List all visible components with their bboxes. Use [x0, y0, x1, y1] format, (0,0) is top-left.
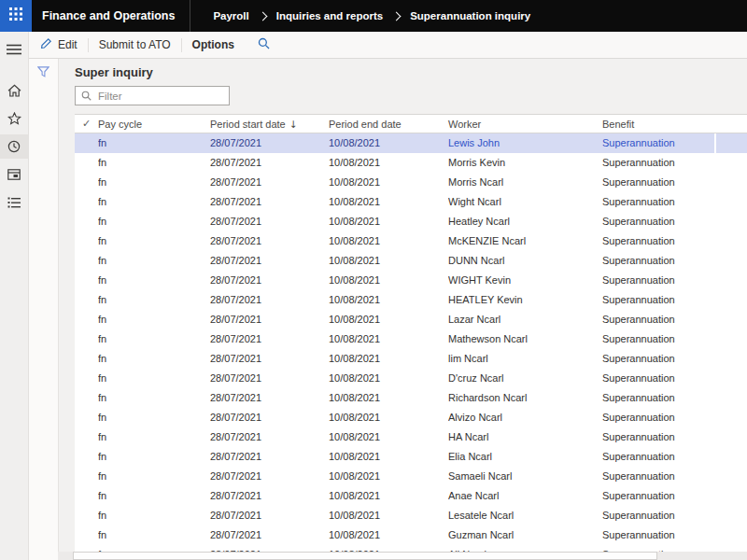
cell-benefit[interactable]: Superannuation: [602, 506, 714, 525]
table-row[interactable]: fn28/07/202110/08/2021Wight NcarlSuperan…: [75, 192, 747, 212]
table-row[interactable]: fn28/07/202110/08/2021Elia NcarlSuperann…: [75, 447, 747, 467]
cell-worker[interactable]: D'cruz Ncarl: [448, 369, 602, 388]
column-header-benefit[interactable]: Benefit: [602, 119, 714, 130]
table-row[interactable]: fn28/07/202110/08/2021D'cruz NcarlSupera…: [75, 369, 747, 388]
cell-worker[interactable]: Lesatele Ncarl: [448, 506, 602, 525]
cell-benefit[interactable]: Superannuation: [602, 388, 714, 408]
horizontal-scrollbar-thumb[interactable]: [73, 552, 657, 560]
app-launcher-button[interactable]: [0, 0, 32, 32]
cell-benefit[interactable]: Superannuation: [602, 447, 714, 467]
table-row[interactable]: fn28/07/202110/08/2021Ali NcarlSuperannu…: [75, 545, 747, 552]
sidebar-item-favorites[interactable]: [0, 106, 28, 131]
select-all-checkbox[interactable]: ✓: [75, 118, 98, 130]
cell-worker[interactable]: HA Ncarl: [448, 427, 602, 447]
sidebar-item-workspaces[interactable]: [0, 162, 28, 187]
cell-worker[interactable]: Ali Ncarl: [448, 545, 602, 552]
cell-row-selector: [75, 506, 98, 525]
table-row[interactable]: fn28/07/202110/08/2021HEATLEY KevinSuper…: [75, 290, 747, 310]
cell-benefit[interactable]: Superannuation: [602, 212, 714, 231]
cell-benefit[interactable]: Superannuation: [602, 231, 714, 251]
filter-pane-toggle[interactable]: [28, 60, 58, 86]
breadcrumb-module[interactable]: Payroll: [213, 10, 248, 21]
cell-benefit[interactable]: Superannuation: [602, 251, 714, 271]
cell-worker[interactable]: Elia Ncarl: [448, 447, 602, 467]
cell-benefit[interactable]: Superannuation: [602, 310, 714, 329]
cell-benefit[interactable]: Superannuation: [602, 173, 714, 192]
cell-worker[interactable]: Anae Ncarl: [448, 486, 602, 506]
cell-benefit[interactable]: Superannuation: [602, 408, 714, 427]
table-row[interactable]: fn28/07/202110/08/2021lim NcarlSuperannu…: [75, 349, 747, 369]
toolbar-search-button[interactable]: [245, 32, 280, 58]
table-row[interactable]: fn28/07/202110/08/2021Samaeli NcarlSuper…: [75, 467, 747, 486]
submit-to-ato-button[interactable]: Submit to ATO: [89, 32, 181, 58]
table-row[interactable]: fn28/07/202110/08/2021Heatley NcarlSuper…: [75, 212, 747, 231]
cell-period-start-date: 28/07/2021: [210, 231, 329, 251]
cell-worker[interactable]: Samaeli Ncarl: [448, 467, 602, 486]
table-row[interactable]: fn28/07/202110/08/2021Lewis JohnSuperann…: [75, 133, 747, 153]
horizontal-scrollbar-track[interactable]: [58, 552, 747, 560]
cell-worker[interactable]: lim Ncarl: [448, 349, 602, 369]
cell-benefit[interactable]: Superannuation: [602, 271, 714, 290]
cell-period-start-date: 28/07/2021: [210, 173, 329, 192]
cell-worker[interactable]: Guzman Ncarl: [448, 525, 602, 545]
cell-benefit[interactable]: Superannuation: [602, 369, 714, 388]
table-row[interactable]: fn28/07/202110/08/2021Guzman NcarlSupera…: [75, 525, 747, 545]
cell-worker[interactable]: Wight Ncarl: [448, 192, 602, 212]
cell-worker[interactable]: WIGHT Kevin: [448, 271, 602, 290]
cell-period-start-date: 28/07/2021: [210, 447, 329, 467]
cell-row-selector: [75, 369, 98, 388]
table-row[interactable]: fn28/07/202110/08/2021McKENZIE NcarlSupe…: [75, 231, 747, 251]
table-row[interactable]: fn28/07/202110/08/2021HA NcarlSuperannua…: [75, 427, 747, 447]
cell-benefit[interactable]: Superannuation: [602, 329, 714, 349]
cell-worker[interactable]: DUNN Ncarl: [448, 251, 602, 271]
cell-worker[interactable]: McKENZIE Ncarl: [448, 231, 602, 251]
cell-worker[interactable]: Lazar Ncarl: [448, 310, 602, 329]
sidebar-item-home[interactable]: [0, 78, 28, 103]
cell-spacer: [714, 251, 747, 271]
grid-filter-field[interactable]: [75, 86, 230, 105]
cell-worker[interactable]: Morris Ncarl: [448, 173, 602, 192]
options-tab[interactable]: Options: [182, 32, 245, 58]
sidebar-item-recent[interactable]: [0, 134, 28, 159]
table-row[interactable]: fn28/07/202110/08/2021DUNN NcarlSuperann…: [75, 251, 747, 271]
table-row[interactable]: fn28/07/202110/08/2021WIGHT KevinSuperan…: [75, 271, 747, 290]
cell-worker[interactable]: Alvizo Ncarl: [448, 408, 602, 427]
breadcrumb-section[interactable]: Inquiries and reports: [276, 10, 383, 21]
column-header-worker[interactable]: Worker: [448, 119, 602, 130]
table-row[interactable]: fn28/07/202110/08/2021Morris NcarlSupera…: [75, 173, 747, 192]
column-header-period-start-date[interactable]: Period start date↓: [210, 119, 329, 130]
column-header-period-end-date[interactable]: Period end date: [329, 119, 448, 130]
cell-benefit[interactable]: Superannuation: [602, 545, 714, 552]
table-row[interactable]: fn28/07/202110/08/2021Alvizo NcarlSupera…: [75, 408, 747, 427]
table-row[interactable]: fn28/07/202110/08/2021Morris KevinSupera…: [75, 153, 747, 173]
table-row[interactable]: fn28/07/202110/08/2021Richardson NcarlSu…: [75, 388, 747, 408]
filter-input[interactable]: [96, 90, 223, 103]
sidebar-item-modules[interactable]: [0, 190, 28, 215]
cell-benefit[interactable]: Superannuation: [602, 467, 714, 486]
product-name[interactable]: Finance and Operations: [32, 9, 190, 22]
cell-benefit[interactable]: Superannuation: [602, 427, 714, 447]
table-row[interactable]: fn28/07/202110/08/2021Lesatele NcarlSupe…: [75, 506, 747, 525]
table-row[interactable]: fn28/07/202110/08/2021Mathewson NcarlSup…: [75, 329, 747, 349]
cell-benefit[interactable]: Superannuation: [602, 349, 714, 369]
cell-benefit[interactable]: Superannuation: [602, 525, 714, 545]
cell-benefit[interactable]: Superannuation: [602, 133, 714, 153]
hamburger-menu-button[interactable]: [0, 37, 28, 62]
cell-worker[interactable]: Richardson Ncarl: [448, 388, 602, 408]
cell-worker[interactable]: Morris Kevin: [448, 153, 602, 173]
cell-period-start-date: 28/07/2021: [210, 545, 329, 552]
cell-benefit[interactable]: Superannuation: [602, 290, 714, 310]
table-row[interactable]: fn28/07/202110/08/2021Anae NcarlSuperann…: [75, 486, 747, 506]
cell-worker[interactable]: HEATLEY Kevin: [448, 290, 602, 310]
cell-benefit[interactable]: Superannuation: [602, 153, 714, 173]
cell-benefit[interactable]: Superannuation: [602, 486, 714, 506]
table-row[interactable]: fn28/07/202110/08/2021Lazar NcarlSuperan…: [75, 310, 747, 329]
breadcrumb-page[interactable]: Superannuation inquiry: [410, 10, 530, 21]
cell-worker[interactable]: Mathewson Ncarl: [448, 329, 602, 349]
cell-worker[interactable]: Lewis John: [448, 133, 602, 153]
cell-spacer: [714, 133, 747, 153]
edit-button[interactable]: Edit: [30, 32, 88, 58]
column-header-pay-cycle[interactable]: Pay cycle: [98, 119, 210, 130]
cell-benefit[interactable]: Superannuation: [602, 192, 714, 212]
cell-worker[interactable]: Heatley Ncarl: [448, 212, 602, 231]
